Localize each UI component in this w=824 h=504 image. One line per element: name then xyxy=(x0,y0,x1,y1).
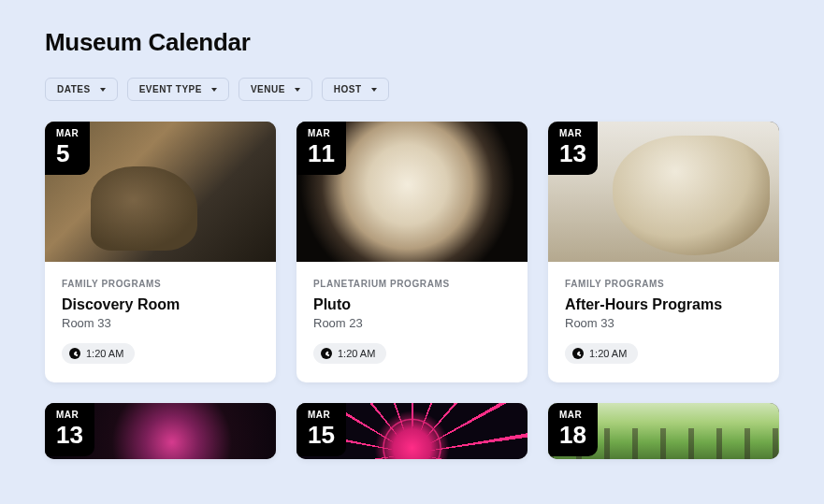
filter-host[interactable]: HOST xyxy=(322,78,389,101)
event-image: MAR 13 xyxy=(45,403,276,459)
event-month: MAR xyxy=(559,410,586,420)
event-image: MAR 11 xyxy=(296,122,528,262)
event-card[interactable]: MAR 13 xyxy=(45,403,276,459)
date-badge: MAR 13 xyxy=(45,403,94,456)
filter-label: DATES xyxy=(57,84,91,94)
filter-dates[interactable]: DATES xyxy=(45,78,118,101)
event-body: FAMILY PROGRAMS After-Hours Programs Roo… xyxy=(548,262,779,382)
event-category: FAMILY PROGRAMS xyxy=(62,279,259,289)
event-room: Room 23 xyxy=(313,316,511,330)
event-card[interactable]: MAR 11 PLANETARIUM PROGRAMS Pluto Room 2… xyxy=(296,122,528,382)
clock-icon xyxy=(572,348,584,359)
filter-label: EVENT TYPE xyxy=(139,84,202,94)
event-time: 1:20 AM xyxy=(589,348,627,359)
event-time: 1:20 AM xyxy=(86,348,123,359)
clock-icon xyxy=(321,348,332,359)
event-room: Room 33 xyxy=(565,316,762,330)
event-grid: MAR 5 FAMILY PROGRAMS Discovery Room Roo… xyxy=(45,122,779,459)
page-title: Museum Calendar xyxy=(45,28,779,57)
date-badge: MAR 5 xyxy=(45,122,90,175)
event-image: MAR 18 xyxy=(548,403,779,459)
event-month: MAR xyxy=(308,129,335,138)
event-time-pill: 1:20 AM xyxy=(565,343,638,364)
chevron-down-icon xyxy=(100,88,106,92)
calendar-page: Museum Calendar DATES EVENT TYPE VENUE H… xyxy=(0,0,824,504)
event-body: PLANETARIUM PROGRAMS Pluto Room 23 1:20 … xyxy=(296,262,528,382)
filter-event-type[interactable]: EVENT TYPE xyxy=(127,78,229,101)
event-time: 1:20 AM xyxy=(338,348,375,359)
filter-label: VENUE xyxy=(251,84,285,94)
filter-venue[interactable]: VENUE xyxy=(239,78,312,101)
event-image: MAR 15 xyxy=(296,403,528,459)
event-time-pill: 1:20 AM xyxy=(313,343,386,364)
event-card[interactable]: MAR 15 xyxy=(296,403,528,459)
event-title: Discovery Room xyxy=(62,296,259,313)
event-month: MAR xyxy=(308,410,335,420)
event-category: FAMILY PROGRAMS xyxy=(565,279,762,289)
event-room: Room 33 xyxy=(62,316,259,330)
event-month: MAR xyxy=(56,129,79,138)
event-month: MAR xyxy=(559,129,586,138)
date-badge: MAR 13 xyxy=(548,122,598,175)
event-body: FAMILY PROGRAMS Discovery Room Room 33 1… xyxy=(45,262,276,382)
event-title: Pluto xyxy=(313,296,511,313)
chevron-down-icon xyxy=(371,88,377,92)
clock-icon xyxy=(69,348,80,359)
date-badge: MAR 15 xyxy=(296,403,346,456)
event-day: 11 xyxy=(308,141,335,166)
event-card[interactable]: MAR 13 FAMILY PROGRAMS After-Hours Progr… xyxy=(548,122,779,382)
event-day: 13 xyxy=(56,423,83,447)
event-month: MAR xyxy=(56,410,83,420)
filter-bar: DATES EVENT TYPE VENUE HOST xyxy=(45,78,779,101)
event-day: 18 xyxy=(559,423,586,447)
chevron-down-icon xyxy=(211,88,217,92)
event-card[interactable]: MAR 5 FAMILY PROGRAMS Discovery Room Roo… xyxy=(45,122,276,382)
event-day: 13 xyxy=(559,141,586,166)
event-category: PLANETARIUM PROGRAMS xyxy=(313,279,511,289)
date-badge: MAR 11 xyxy=(296,122,346,175)
date-badge: MAR 18 xyxy=(548,403,598,456)
filter-label: HOST xyxy=(334,84,362,94)
chevron-down-icon xyxy=(295,88,300,92)
event-title: After-Hours Programs xyxy=(565,296,762,313)
event-time-pill: 1:20 AM xyxy=(62,343,135,364)
event-day: 15 xyxy=(308,423,335,447)
event-day: 5 xyxy=(56,141,79,166)
event-card[interactable]: MAR 18 xyxy=(548,403,779,459)
event-image: MAR 5 xyxy=(45,122,276,262)
event-image: MAR 13 xyxy=(548,122,779,262)
